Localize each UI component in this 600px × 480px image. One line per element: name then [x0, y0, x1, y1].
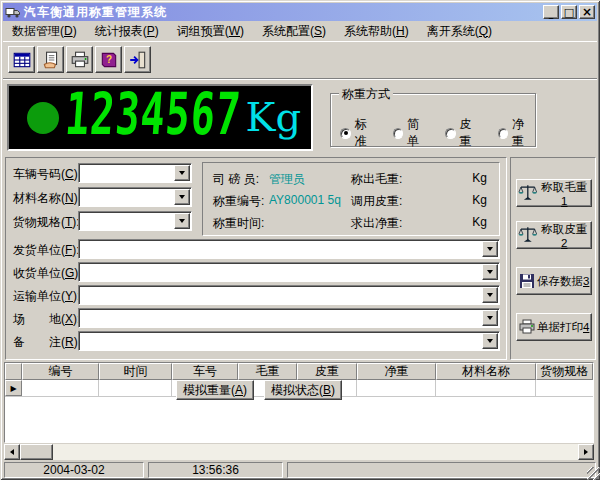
operator-label: 司 磅 员: — [213, 171, 259, 188]
dropdown-button[interactable] — [482, 310, 498, 326]
weigh-tare-button[interactable]: 称取皮重2 — [516, 221, 592, 249]
printer-icon — [518, 318, 536, 336]
weigh-time-label: 称重时间: — [213, 215, 264, 232]
site-combobox[interactable] — [78, 308, 500, 328]
scale-icon — [518, 225, 538, 245]
column-header-vehicle[interactable]: 车号 — [172, 363, 238, 380]
cargo-spec-combobox[interactable] — [78, 211, 192, 231]
remarks-combobox[interactable] — [78, 331, 500, 351]
dropdown-arrow-icon — [487, 247, 493, 251]
receiver-combobox[interactable] — [78, 262, 500, 282]
simulate-status-button[interactable]: 模拟状态(B) — [264, 380, 342, 400]
minimize-icon: _ — [549, 10, 554, 19]
vehicle-number-combobox[interactable] — [78, 163, 192, 183]
dropdown-button[interactable] — [482, 333, 498, 349]
action-panel: 称取毛重1 称取皮重2 保存数据3 — [510, 157, 596, 360]
column-header-id[interactable]: 编号 — [22, 363, 99, 380]
menu-bar: 数据管理(D) 统计报表(P) 词组预置(W) 系统配置(S) 系统帮助(H) … — [3, 21, 597, 41]
svg-text:?: ? — [105, 54, 111, 65]
shipper-combobox[interactable] — [78, 239, 500, 259]
exit-door-icon — [128, 50, 148, 70]
title-bar: 汽车衡通用称重管理系统 _ □ × — [3, 3, 597, 21]
weigh-mode-group: 称重方式 标准 简单 皮重 净重 — [330, 93, 536, 147]
records-table: 编号 时间 车号 毛重 皮重 净重 材料名称 货物规格 ▶ — [4, 362, 594, 443]
stable-indicator-icon — [27, 102, 59, 134]
weight-value: 1234567 — [63, 81, 238, 148]
net-weight-label: 求出净重: — [351, 215, 402, 232]
radio-standard[interactable]: 标准 — [340, 116, 378, 150]
weight-led-display: 1234567 Kg — [7, 84, 313, 151]
column-header-spec[interactable]: 货物规格 — [536, 363, 593, 380]
truck-icon — [5, 6, 21, 19]
dropdown-button[interactable] — [174, 189, 190, 205]
dropdown-button[interactable] — [482, 264, 498, 280]
column-header-material[interactable]: 材料名称 — [436, 363, 536, 380]
dropdown-arrow-icon — [487, 316, 493, 320]
dropdown-arrow-icon — [179, 171, 185, 175]
radio-simple[interactable]: 简单 — [393, 116, 431, 150]
status-time: 13:56:36 — [148, 462, 283, 478]
printer-icon — [70, 50, 90, 70]
dropdown-arrow-icon — [179, 219, 185, 223]
gross-weight-label: 称出毛重: — [351, 171, 402, 188]
scrollbar-thumb[interactable] — [20, 444, 53, 460]
radio-tare[interactable]: 皮重 — [445, 116, 483, 150]
remarks-label: 备 注(R): — [13, 334, 81, 351]
radio-icon — [445, 128, 456, 139]
maximize-button[interactable]: □ — [561, 5, 577, 19]
dropdown-button[interactable] — [482, 241, 498, 257]
toolbar: ? — [3, 41, 597, 80]
column-header-net[interactable]: 净重 — [357, 363, 436, 380]
horizontal-scrollbar[interactable] — [4, 444, 594, 460]
save-data-button[interactable]: 保存数据3 — [516, 267, 592, 295]
dropdown-arrow-icon — [487, 339, 493, 343]
report-icon — [41, 50, 61, 70]
column-header-tare[interactable]: 皮重 — [297, 363, 357, 380]
scroll-right-icon — [584, 449, 588, 455]
radio-net[interactable]: 净重 — [498, 116, 536, 150]
toolbar-print-button[interactable] — [66, 46, 93, 73]
transporter-label: 运输单位(Y): — [13, 288, 80, 305]
scroll-right-button[interactable] — [578, 444, 594, 460]
column-header-time[interactable]: 时间 — [99, 363, 172, 380]
weigh-info-panel: 司 磅 员: 管理员 称出毛重: Kg 称重编号: AY800001 5q 调用… — [202, 162, 500, 236]
gross-weight-unit: Kg — [472, 171, 487, 185]
status-bar: 2004-03-02 13:56:36 — [4, 462, 596, 478]
weigh-gross-button[interactable]: 称取毛重1 — [516, 179, 592, 207]
dropdown-arrow-icon — [487, 293, 493, 297]
material-name-combobox[interactable] — [78, 187, 192, 207]
status-message — [287, 462, 596, 478]
dropdown-button[interactable] — [482, 287, 498, 303]
save-floppy-icon — [518, 272, 536, 290]
toolbar-help-button[interactable]: ? — [95, 46, 122, 73]
column-header-gross[interactable]: 毛重 — [238, 363, 297, 380]
site-label: 场 地(X): — [13, 311, 80, 328]
table-header-row: 编号 时间 车号 毛重 皮重 净重 材料名称 货物规格 — [5, 363, 593, 380]
menu-statistics-report[interactable]: 统计报表(P) — [95, 23, 159, 40]
simulate-weight-button[interactable]: 模拟重量(A) — [176, 380, 254, 400]
receiver-label: 收货单位(G): — [13, 265, 82, 282]
close-button[interactable]: × — [579, 5, 595, 19]
resize-grip[interactable] — [587, 467, 600, 480]
menu-system-help[interactable]: 系统帮助(H) — [344, 23, 409, 40]
toolbar-report-button[interactable] — [37, 46, 64, 73]
radio-icon — [393, 128, 404, 139]
transporter-combobox[interactable] — [78, 285, 500, 305]
menu-system-config[interactable]: 系统配置(S) — [262, 23, 326, 40]
tare-weight-label: 调用皮重: — [351, 193, 402, 210]
minimize-button[interactable]: _ — [543, 5, 559, 19]
menu-exit-system[interactable]: 离开系统(Q) — [427, 23, 492, 40]
toolbar-data-grid-button[interactable] — [8, 46, 35, 73]
dropdown-button[interactable] — [174, 165, 190, 181]
maximize-icon: □ — [564, 7, 574, 18]
row-selector-header — [5, 363, 22, 380]
scroll-left-button[interactable] — [4, 444, 20, 460]
print-receipt-button[interactable]: 单据打印4 — [516, 313, 592, 341]
weigh-no-value: AY800001 5q — [269, 193, 341, 207]
menu-phrase-preset[interactable]: 词组预置(W) — [177, 23, 244, 40]
material-name-label: 材料名称(N): — [13, 190, 81, 207]
menu-data-management[interactable]: 数据管理(D) — [12, 23, 77, 40]
toolbar-exit-button[interactable] — [124, 46, 151, 73]
dropdown-button[interactable] — [174, 213, 190, 229]
dropdown-arrow-icon — [179, 195, 185, 199]
